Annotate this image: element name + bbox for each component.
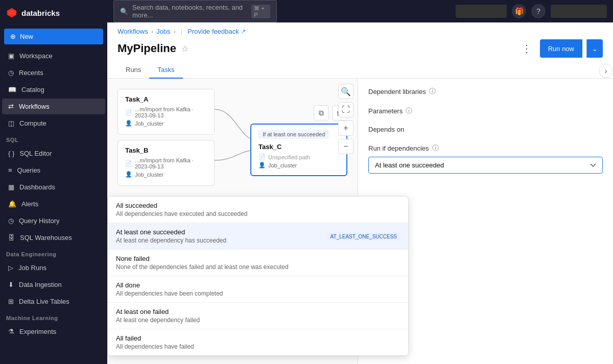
dropdown-item-desc: All dependencies have executed and succe… <box>116 210 400 217</box>
fullscreen-button[interactable]: ⛶ <box>338 102 353 117</box>
sql-section-header: SQL <box>0 132 107 145</box>
sidebar-item-workspace[interactable]: ▣ Workspace <box>2 48 105 64</box>
sidebar-item-alerts[interactable]: 🔔 Alerts <box>2 196 105 212</box>
depends-on-label: Depends on <box>368 126 603 133</box>
dropdown-item-title: All succeeded <box>116 202 400 209</box>
dropdown-item-at-least-one-failed[interactable]: At least one failed At least one depende… <box>108 303 408 329</box>
experiments-icon: ⚗ <box>8 328 14 335</box>
run-now-button[interactable]: Run now <box>540 39 582 58</box>
more-options-button[interactable]: ⋮ <box>517 40 536 57</box>
task-a-cluster: 👤 Job_cluster <box>125 120 207 127</box>
sidebar-item-query-history[interactable]: ◷ Query History <box>2 213 105 229</box>
sidebar-item-delta-live-tables[interactable]: ⊞ Delta Live Tables <box>2 294 105 309</box>
feedback-text: Provide feedback <box>187 28 239 35</box>
parameters-info-icon[interactable]: ⓘ <box>406 106 412 115</box>
sidebar-item-catalog[interactable]: 📖 Catalog <box>2 82 105 98</box>
sidebar-item-data-ingestion[interactable]: ⬇ Data Ingestion <box>2 277 105 293</box>
dropdown-item-all-done[interactable]: All done All dependencies have been comp… <box>108 276 408 303</box>
data-eng-section-header: Data Engineering <box>0 246 107 259</box>
breadcrumb-jobs[interactable]: Jobs <box>156 28 170 35</box>
dropdown-item-all-failed[interactable]: All failed All dependencies have failed <box>108 329 408 355</box>
cluster-icon-c: 👤 <box>258 162 266 168</box>
app-logo: databricks <box>0 0 107 26</box>
zoom-in-button[interactable]: + <box>338 120 353 136</box>
tab-runs-label: Runs <box>126 66 141 74</box>
dropdown-item-all-succeeded[interactable]: All succeeded All dependencies have exec… <box>108 197 408 223</box>
sidebar-item-job-runs[interactable]: ▷ Job Runs <box>2 260 105 276</box>
breadcrumb: Workflows › Jobs › | Provide feedback ↗ <box>107 22 613 37</box>
depends-on-section: Depends on <box>368 126 603 133</box>
collapse-panel-button[interactable]: › <box>599 64 613 78</box>
breadcrumb-sep-1: › <box>151 28 153 35</box>
breadcrumb-divider: | <box>181 28 182 35</box>
alerts-icon: 🔔 <box>8 200 16 208</box>
task-a-cluster-text: Job_cluster <box>135 120 163 127</box>
task-b-cluster-text: Job_cluster <box>135 172 163 178</box>
sidebar-item-sql-warehouses[interactable]: 🗄 SQL Warehouses <box>2 230 105 246</box>
search-canvas-button[interactable]: 🔍 <box>338 84 353 99</box>
sidebar-item-recents[interactable]: ◷ Recents <box>2 65 105 81</box>
dependent-libraries-info-icon[interactable]: ⓘ <box>429 87 436 96</box>
task-b-card[interactable]: Task_B 📄 ...m/Import from Kafka · 2023-0… <box>117 140 215 186</box>
dropdown-item-at-least-one[interactable]: At least one succeeded At least one depe… <box>108 223 408 250</box>
task-c-name: Task_C <box>258 143 339 151</box>
task-a-card[interactable]: Task_A 📄 ...m/Import from Kafka · 2023-0… <box>117 89 215 135</box>
clock-icon: ◷ <box>8 69 14 77</box>
tab-tasks-label: Tasks <box>157 66 174 74</box>
depends-on-text: Depends on <box>368 126 404 133</box>
search-box[interactable]: 🔍 Search data, notebooks, recents, and m… <box>113 0 277 22</box>
favorite-star-icon[interactable]: ☆ <box>181 44 188 54</box>
databricks-logo-icon <box>6 7 17 18</box>
task-b-cluster: 👤 Job_cluster <box>125 171 207 178</box>
dropdown-item-title-6: All failed <box>116 334 400 342</box>
tab-runs[interactable]: Runs <box>117 62 149 79</box>
topbar-user-placeholder <box>551 5 607 18</box>
tabs-bar: Runs Tasks › <box>107 62 613 79</box>
dependent-libraries-label: Dependent libraries ⓘ <box>368 87 603 96</box>
sidebar-item-label: SQL Warehouses <box>20 234 72 241</box>
workspace-icon: ▣ <box>8 52 14 60</box>
task-a-name: Task_A <box>125 95 207 103</box>
run-if-select[interactable]: At least one succeeded <box>368 157 603 174</box>
feedback-link[interactable]: Provide feedback ↗ <box>187 28 245 35</box>
parameters-label: Parameters ⓘ <box>368 106 603 115</box>
sidebar-item-label: Experiments <box>19 328 56 335</box>
new-label: New <box>20 33 33 40</box>
sidebar-item-experiments[interactable]: ⚗ Experiments <box>2 324 105 339</box>
gift-icon[interactable]: 🎁 <box>512 4 526 18</box>
sidebar-item-workflows[interactable]: ⇄ Workflows <box>2 99 105 114</box>
sidebar-item-compute[interactable]: ◫ Compute <box>2 115 105 131</box>
sidebar-item-sql-editor[interactable]: { } SQL Editor <box>2 145 105 161</box>
cluster-icon-b: 👤 <box>125 171 132 178</box>
sidebar-item-label: Query History <box>19 217 59 225</box>
new-button[interactable]: ⊕ New <box>4 29 103 44</box>
run-now-dropdown-button[interactable]: ⌄ <box>586 39 603 58</box>
sidebar-item-label: Dashboards <box>19 183 55 191</box>
copy-task-button[interactable]: ⧉ <box>314 105 329 120</box>
sidebar-item-dashboards[interactable]: ▦ Dashboards <box>2 179 105 195</box>
sidebar-item-label: Delta Live Tables <box>19 298 69 305</box>
breadcrumb-workflows[interactable]: Workflows <box>117 28 148 35</box>
sidebar: databricks ⊕ New ▣ Workspace ◷ Recents 📖… <box>0 0 107 364</box>
zoom-out-button[interactable]: − <box>338 139 353 154</box>
run-if-text: Run if dependencies <box>368 144 429 152</box>
notebook-icon: 📄 <box>125 109 132 116</box>
run-if-section: Run if dependencies ⓘ At least one succe… <box>368 143 603 174</box>
dropdown-item-title-5: At least one failed <box>116 308 400 316</box>
task-a-source-text: ...m/Import from Kafka · 2023-09-13 <box>135 106 207 118</box>
dependent-libraries-section: Dependent libraries ⓘ <box>368 87 603 96</box>
help-icon[interactable]: ? <box>531 4 546 18</box>
plus-icon: ⊕ <box>10 33 16 40</box>
tab-tasks[interactable]: Tasks <box>149 62 182 79</box>
compute-icon: ◫ <box>8 119 14 127</box>
sidebar-item-label: Job Runs <box>18 264 46 272</box>
sql-warehouses-icon: 🗄 <box>8 234 15 241</box>
sidebar-item-label: Alerts <box>21 200 38 208</box>
dropdown-item-none-failed[interactable]: None failed None of the dependencies fai… <box>108 250 408 276</box>
sidebar-item-queries[interactable]: ≡ Queries <box>2 162 105 178</box>
topbar-right: 🎁 ? <box>456 4 607 18</box>
breadcrumb-sep-2: › <box>174 28 176 35</box>
canvas-tools: 🔍 ⛶ + − <box>338 84 353 154</box>
run-if-info-icon[interactable]: ⓘ <box>432 143 439 153</box>
task-c-card[interactable]: If at least one succeeded Task_C 📄 Unspe… <box>250 124 347 176</box>
